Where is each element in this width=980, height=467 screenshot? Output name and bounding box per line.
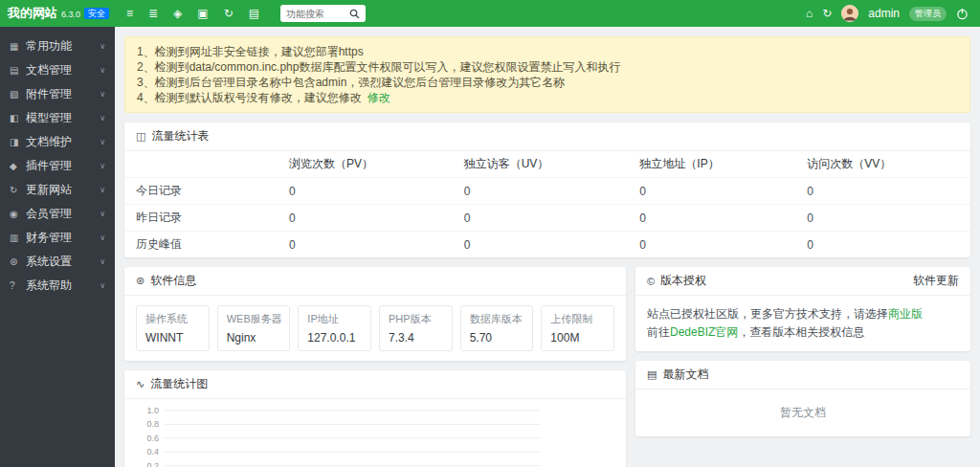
license-line-2: 前往DedeBIZ官网，查看版本相关授权信息	[647, 323, 959, 342]
search-box[interactable]	[280, 5, 366, 22]
license-body: 站点已授权社区版，更多官方技术支持，请选择商业版 前往DedeBIZ官网，查看版…	[635, 296, 970, 351]
sidebar-item-10[interactable]: ⊛系统设置∨	[0, 250, 115, 274]
traffic-table: 浏览次数（PV）独立访客（UV）独立地址（IP）访问次数（VV） 今日记录000…	[124, 151, 970, 257]
maintain-icon: ◨	[10, 137, 26, 147]
cell-value: 0	[278, 178, 453, 205]
list-icon[interactable]: ≣	[148, 7, 158, 20]
software-update-link[interactable]: 软件更新	[913, 273, 959, 289]
traffic-table-card: ◫ 流量统计表 浏览次数（PV）独立访客（UV）独立地址（IP）访问次数（VV）…	[124, 122, 970, 257]
sidebar-item-6[interactable]: ◆插件管理∨	[0, 154, 115, 178]
search-input[interactable]	[286, 9, 349, 19]
software-info-item: 操作系统WINNT	[136, 305, 210, 351]
power-icon[interactable]	[956, 8, 969, 20]
sidebar-item-11[interactable]: ?系统帮助∨	[0, 274, 115, 298]
sidebar-item-label: 常用功能	[26, 38, 100, 55]
cell-value: 0	[628, 232, 795, 258]
text: 前往	[647, 325, 670, 339]
chevron-down-icon: ∨	[100, 114, 105, 122]
traffic-chart-header: ∿ 流量统计图	[124, 370, 626, 399]
plugin-icon: ◆	[10, 161, 26, 171]
sidebar-item-label: 插件管理	[26, 158, 100, 174]
sidebar-item-9[interactable]: ▥财务管理∨	[0, 226, 115, 250]
chevron-down-icon: ∨	[100, 281, 105, 290]
sidebar-item-1[interactable]: ▦常用功能∨	[0, 34, 115, 58]
topbar: 我的网站 6.3.0 安全 ≡≣◈▣↻▤ ⌂ ↻ admin 管理员	[0, 0, 980, 27]
menu-icon[interactable]: ≡	[126, 7, 133, 20]
info-value: 100M	[550, 331, 605, 345]
security-alert: 1、检测到网址非安全链接，建议您部署https2、检测到data/common.…	[124, 36, 970, 113]
cell-value: 0	[453, 178, 629, 205]
chevron-down-icon: ∨	[100, 186, 105, 194]
sidebar-item-8[interactable]: ◉会员管理∨	[0, 202, 115, 226]
sidebar-item-label: 系统帮助	[26, 278, 100, 294]
chevron-down-icon: ∨	[100, 42, 105, 51]
table-row: 昨日记录0000	[124, 205, 970, 232]
folder-icon[interactable]: ▣	[197, 7, 208, 20]
license-card: © 版本授权 软件更新 站点已授权社区版，更多官方技术支持，请选择商业版 前往D…	[635, 267, 970, 351]
sidebar-item-3[interactable]: ▧附件管理∨	[0, 82, 115, 106]
docs-list-icon: ▤	[647, 368, 657, 381]
chevron-down-icon: ∨	[100, 234, 105, 242]
software-info-header: ⊛ 软件信息	[124, 267, 626, 296]
card-title: 版本授权	[660, 273, 706, 289]
fix-link[interactable]: 修改	[368, 91, 390, 104]
sidebar-items: ▦常用功能∨▤文档管理∨▧附件管理∨◧模型管理∨◨文档维护∨◆插件管理∨↻更新网…	[0, 34, 115, 298]
two-column-row: ⊛ 软件信息 操作系统WINNTWEB服务器NginxIP地址127.0.0.1…	[124, 257, 970, 467]
tags-icon[interactable]: ◈	[173, 7, 182, 20]
sidebar-item-5[interactable]: ◨文档维护∨	[0, 130, 115, 154]
role-badge: 管理员	[909, 7, 947, 21]
traffic-table-head: 浏览次数（PV）独立访客（UV）独立地址（IP）访问次数（VV）	[124, 151, 970, 178]
left-column: ⊛ 软件信息 操作系统WINNTWEB服务器NginxIP地址127.0.0.1…	[124, 257, 626, 467]
card-title: 流量统计表	[151, 128, 209, 145]
safe-badge[interactable]: 安全	[84, 8, 109, 20]
module-icon[interactable]: ▤	[249, 7, 259, 20]
info-label: 操作系统	[145, 312, 200, 326]
svg-text:0.8: 0.8	[146, 419, 159, 429]
chevron-down-icon: ∨	[100, 90, 105, 99]
row-label: 昨日记录	[124, 205, 278, 232]
info-value: 127.0.0.1	[307, 331, 362, 345]
traffic-chart-card: ∿ 流量统计图 1.00.80.60.40.20-0.2-0.4-0.6-0.8…	[124, 370, 626, 467]
sidebar-item-7[interactable]: ↻更新网站∨	[0, 178, 115, 202]
info-label: 上传限制	[550, 312, 605, 326]
sidebar: ▦常用功能∨▤文档管理∨▧附件管理∨◧模型管理∨◨文档维护∨◆插件管理∨↻更新网…	[0, 27, 115, 467]
column-header: 访问次数（VV）	[795, 151, 970, 178]
avatar-image	[841, 5, 858, 22]
info-label: 数据库版本	[470, 312, 524, 326]
cell-value: 0	[453, 232, 629, 258]
chevron-down-icon: ∨	[100, 210, 105, 218]
search-icon[interactable]	[349, 9, 360, 19]
refresh-icon[interactable]: ↻	[224, 7, 234, 20]
sidebar-item-label: 更新网站	[26, 182, 100, 198]
commercial-version-link[interactable]: 商业版	[888, 307, 923, 321]
username[interactable]: admin	[868, 7, 900, 20]
software-info-item: 数据库版本5.70	[460, 305, 534, 351]
row-label-column-header	[124, 151, 278, 178]
license-line-1: 站点已授权社区版，更多官方技术支持，请选择商业版	[647, 305, 959, 323]
sidebar-item-2[interactable]: ▤文档管理∨	[0, 58, 115, 82]
avatar[interactable]	[841, 5, 858, 22]
chevron-down-icon: ∨	[100, 66, 105, 75]
row-label: 今日记录	[124, 178, 278, 205]
topbar-right: ⌂ ↻ admin 管理员	[806, 5, 980, 22]
sidebar-item-label: 模型管理	[26, 110, 100, 126]
info-label: WEB服务器	[227, 312, 281, 326]
cell-value: 0	[795, 232, 970, 258]
text: ，查看版本相关授权信息	[738, 325, 864, 339]
sidebar-item-4[interactable]: ◧模型管理∨	[0, 106, 115, 130]
home-icon[interactable]: ⌂	[806, 7, 813, 20]
help-icon: ?	[10, 280, 26, 291]
reload-icon[interactable]: ↻	[822, 7, 832, 20]
cell-value: 0	[795, 178, 970, 205]
model-icon: ◧	[10, 113, 26, 123]
software-info-item: IP地址127.0.0.1	[298, 305, 371, 351]
chevron-down-icon: ∨	[100, 162, 105, 170]
brand[interactable]: 我的网站 6.3.0 安全	[0, 5, 115, 22]
cell-value: 0	[278, 205, 453, 232]
member-icon: ◉	[10, 209, 26, 219]
card-title: 软件信息	[150, 273, 196, 289]
grid-icon: ▦	[10, 41, 26, 52]
text: 站点已授权社区版，更多官方技术支持，请选择	[647, 307, 888, 321]
table-row: 历史峰值0000	[124, 232, 970, 258]
dedebiz-site-link[interactable]: DedeBIZ官网	[670, 325, 738, 339]
